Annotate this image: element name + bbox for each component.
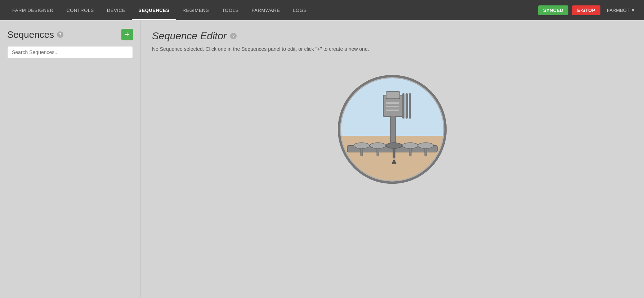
svg-rect-19 [393,148,395,158]
nav-item-regimens[interactable]: REGIMENS [176,0,216,20]
sidebar-header: Sequences ? + [7,29,133,40]
svg-rect-8 [406,93,408,119]
editor-title: Sequence Editor [152,30,227,42]
svg-rect-15 [361,148,363,156]
nav-right: SYNCED E-STOP FARMBOT ▼ [538,5,638,15]
sidebar-title: Sequences [7,29,54,40]
nav-item-farm-designer[interactable]: FARM DESIGNER [6,0,60,20]
sequence-editor-panel: Sequence Editor ? No Sequence selected. … [140,20,644,298]
editor-help-icon[interactable]: ? [230,33,237,39]
nav-item-tools[interactable]: TOOLS [215,0,245,20]
estop-button[interactable]: E-STOP [572,5,600,15]
farmbot-illustration [152,74,632,185]
add-sequence-button[interactable]: + [121,29,133,40]
sidebar-title-group: Sequences ? [7,29,63,40]
svg-rect-22 [409,148,411,156]
nav-item-controls[interactable]: CONTROLS [60,0,100,20]
svg-point-21 [402,143,418,148]
svg-point-18 [386,143,402,148]
search-sequences-input[interactable] [7,46,133,58]
nav-item-sequences[interactable]: SEQUENCES [132,0,176,20]
svg-rect-9 [409,93,411,119]
svg-rect-6 [386,92,400,99]
svg-rect-24 [425,148,427,156]
synced-button[interactable]: SYNCED [538,5,569,15]
editor-header: Sequence Editor ? [152,30,632,42]
editor-empty-message: No Sequence selected. Click one in the S… [152,46,632,52]
svg-rect-7 [402,93,404,119]
svg-point-23 [418,143,434,148]
sequences-help-icon[interactable]: ? [57,31,63,38]
svg-point-14 [354,143,370,148]
main-layout: Sequences ? + Sequence Editor ? No Seque… [0,20,644,298]
navigation-bar: FARM DESIGNER CONTROLS DEVICE SEQUENCES … [0,0,644,20]
svg-rect-12 [386,110,399,111]
nav-item-farmware[interactable]: FARMWARE [245,0,287,20]
farmbot-svg [336,74,448,185]
nav-item-logs[interactable]: LOGS [286,0,313,20]
svg-rect-11 [386,106,399,107]
nav-item-device[interactable]: DEVICE [100,0,132,20]
svg-rect-13 [390,116,395,147]
svg-rect-17 [377,148,379,156]
svg-point-16 [370,143,386,148]
sequences-sidebar: Sequences ? + [0,20,140,298]
farmbot-menu[interactable]: FARMBOT ▼ [604,8,638,13]
nav-left: FARM DESIGNER CONTROLS DEVICE SEQUENCES … [6,0,538,20]
svg-rect-10 [386,102,399,104]
